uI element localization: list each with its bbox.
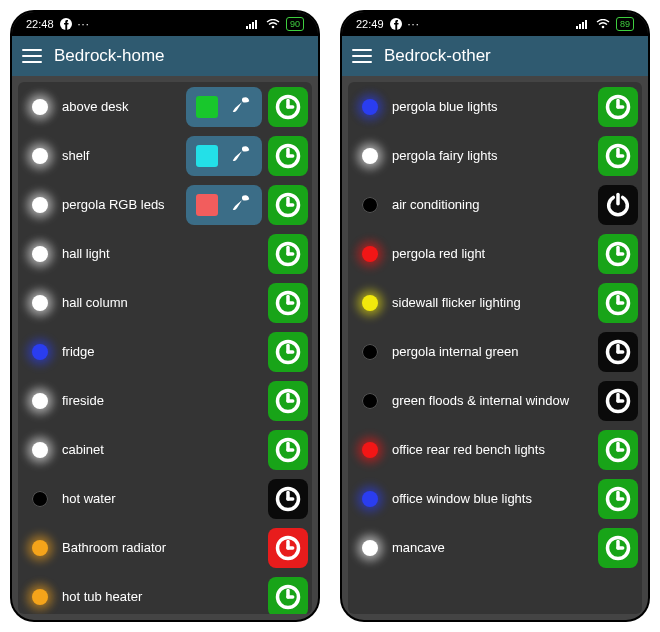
device-row[interactable]: air conditioning: [348, 180, 642, 229]
schedule-button[interactable]: [268, 430, 308, 470]
rgb-control[interactable]: [186, 136, 262, 176]
svg-rect-3: [252, 22, 254, 29]
color-swatch[interactable]: [196, 96, 218, 118]
device-row[interactable]: pergola fairy lights: [348, 131, 642, 180]
device-status-dot: [32, 197, 48, 213]
device-list: above desk shelf pergola RGB leds hall l…: [18, 82, 312, 614]
device-row[interactable]: above desk: [18, 82, 312, 131]
schedule-button[interactable]: [268, 283, 308, 323]
device-row[interactable]: pergola RGB leds: [18, 180, 312, 229]
device-row[interactable]: hall column: [18, 278, 312, 327]
device-row[interactable]: green floods & internal window: [348, 376, 642, 425]
dots-icon: ···: [408, 18, 420, 30]
clock-icon: [274, 191, 302, 219]
schedule-button[interactable]: [598, 234, 638, 274]
rgb-control[interactable]: [186, 185, 262, 225]
device-row[interactable]: sidewall flicker lighting: [348, 278, 642, 327]
hamburger-icon[interactable]: [22, 49, 42, 63]
facebook-icon: [390, 18, 402, 30]
color-swatch[interactable]: [196, 194, 218, 216]
device-label: office rear red bench lights: [392, 442, 598, 457]
signal-icon: [246, 19, 260, 29]
device-row[interactable]: cabinet: [18, 425, 312, 474]
device-status-dot: [362, 491, 378, 507]
status-time: 22:48: [26, 18, 54, 30]
device-label: office window blue lights: [392, 491, 598, 506]
svg-rect-41: [579, 24, 581, 29]
schedule-button[interactable]: [598, 381, 638, 421]
device-status-dot: [362, 148, 378, 164]
schedule-button[interactable]: [268, 381, 308, 421]
wifi-icon: [266, 19, 280, 29]
hamburger-icon[interactable]: [352, 49, 372, 63]
device-status-dot: [32, 393, 48, 409]
device-list: pergola blue lights pergola fairy lights…: [348, 82, 642, 614]
device-label: pergola fairy lights: [392, 148, 598, 163]
status-time: 22:49: [356, 18, 384, 30]
power-button[interactable]: [598, 185, 638, 225]
schedule-button[interactable]: [598, 136, 638, 176]
device-row[interactable]: hot tub heater: [18, 572, 312, 614]
schedule-button[interactable]: [598, 332, 638, 372]
device-status-dot: [362, 197, 378, 213]
device-label: Bathroom radiator: [62, 540, 268, 555]
device-row[interactable]: fridge: [18, 327, 312, 376]
device-row[interactable]: hot water: [18, 474, 312, 523]
schedule-button[interactable]: [268, 136, 308, 176]
device-label: mancave: [392, 540, 598, 555]
device-status-dot: [362, 540, 378, 556]
device-row[interactable]: office rear red bench lights: [348, 425, 642, 474]
device-row[interactable]: hall light: [18, 229, 312, 278]
device-label: green floods & internal window: [392, 393, 598, 408]
power-icon: [604, 191, 632, 219]
device-label: fireside: [62, 393, 268, 408]
brush-button[interactable]: [230, 94, 252, 120]
rgb-control[interactable]: [186, 87, 262, 127]
schedule-button[interactable]: [598, 87, 638, 127]
brush-button[interactable]: [230, 192, 252, 218]
schedule-button[interactable]: [268, 87, 308, 127]
device-row[interactable]: mancave: [348, 523, 642, 572]
device-label: hall column: [62, 295, 268, 310]
status-battery: 89: [616, 17, 634, 31]
device-row[interactable]: Bathroom radiator: [18, 523, 312, 572]
device-row[interactable]: fireside: [18, 376, 312, 425]
schedule-button[interactable]: [598, 430, 638, 470]
device-row[interactable]: office window blue lights: [348, 474, 642, 523]
schedule-button[interactable]: [598, 283, 638, 323]
device-status-dot: [32, 344, 48, 360]
device-row[interactable]: shelf: [18, 131, 312, 180]
color-swatch[interactable]: [196, 145, 218, 167]
schedule-button[interactable]: [268, 332, 308, 372]
clock-icon: [274, 289, 302, 317]
clock-icon: [274, 583, 302, 611]
clock-icon: [274, 240, 302, 268]
device-label: cabinet: [62, 442, 268, 457]
clock-icon: [274, 485, 302, 513]
brush-button[interactable]: [230, 143, 252, 169]
device-status-dot: [32, 540, 48, 556]
device-label: pergola RGB leds: [62, 197, 186, 212]
schedule-button[interactable]: [268, 577, 308, 615]
schedule-button[interactable]: [598, 528, 638, 568]
schedule-button[interactable]: [598, 479, 638, 519]
device-row[interactable]: pergola red light: [348, 229, 642, 278]
device-row[interactable]: pergola internal green: [348, 327, 642, 376]
schedule-button[interactable]: [268, 185, 308, 225]
device-label: above desk: [62, 99, 186, 114]
svg-rect-40: [576, 26, 578, 29]
device-label: shelf: [62, 148, 186, 163]
clock-icon: [604, 93, 632, 121]
page-title: Bedrock-other: [384, 46, 491, 66]
wifi-icon: [596, 19, 610, 29]
device-label: fridge: [62, 344, 268, 359]
clock-icon: [604, 142, 632, 170]
schedule-button[interactable]: [268, 234, 308, 274]
device-status-dot: [32, 148, 48, 164]
svg-rect-42: [582, 22, 584, 29]
phone-frame: 22:49 ··· 89 Bedrock-otherpergola blue l…: [340, 10, 650, 622]
device-row[interactable]: pergola blue lights: [348, 82, 642, 131]
device-status-dot: [32, 589, 48, 605]
schedule-button[interactable]: [268, 528, 308, 568]
schedule-button[interactable]: [268, 479, 308, 519]
